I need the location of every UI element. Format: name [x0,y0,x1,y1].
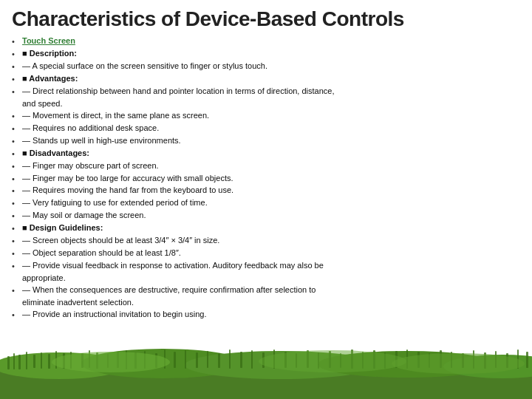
list-item: •— Requires moving the hand far from the… [12,185,520,197]
svg-point-61 [392,353,525,374]
list-item: •— Finger may be too large for accuracy … [12,173,520,185]
bullet-text-content: and speed. [22,98,520,110]
bullet-marker: • [12,173,22,185]
bullet-marker: • [12,222,22,235]
svg-rect-12 [48,354,50,369]
bullet-marker: • [12,61,22,73]
bullet-marker: • [12,135,22,148]
bullet-text-content: — Finger may be too large for accuracy w… [22,173,520,185]
list-item: •■ Description: [12,48,520,61]
bullet-text-content: eliminate inadvertent selection. [22,297,520,309]
list-item: •— Direct relationship between hand and … [12,86,520,98]
bullet-marker: • [12,35,22,48]
list-item: •— Movement is direct, in the same plane… [12,110,520,123]
list-item: and speed. [12,98,520,110]
bullet-text-content: — A special surface on the screen sensit… [22,61,520,72]
grass-decoration [0,318,532,399]
content-area: •Touch Screen•■ Description:•— A special… [0,34,532,321]
list-item: •— A special surface on the screen sensi… [12,61,520,73]
bullet-marker: • [12,73,22,86]
bullet-text-content: ■ Disadvantages: [22,148,520,160]
bullet-marker [12,98,22,99]
bullet-marker: • [12,110,22,123]
list-item: •— Stands up well in high-use environmen… [12,135,520,148]
bullet-text-content: — Very fatiguing to use for extended per… [22,197,520,209]
bullet-text-content: — Screen objects should be at least 3/4″… [22,235,520,247]
title-area: Characteristics of Device-Based Controls [0,0,532,34]
bullet-marker: • [12,160,22,173]
bullet-text-content: — Requires moving the hand far from the … [22,185,520,197]
list-item: •■ Design Guidelines: [12,222,520,235]
bullet-text-content: appropriate. [22,273,520,284]
list-item: •— Finger may obscure part of screen. [12,160,520,173]
list-item: •Touch Screen [12,35,520,48]
bullet-marker: • [12,148,22,160]
bullet-text-content: — Stands up well in high-use environment… [22,135,520,147]
svg-rect-58 [526,352,528,368]
svg-rect-28 [196,352,198,368]
svg-rect-30 [218,353,220,368]
bullet-text-content: — Movement is direct, in the same plane … [22,110,520,122]
list-item: eliminate inadvertent selection. [12,297,520,309]
slide-title: Characteristics of Device-Based Controls [12,7,520,31]
bullet-text-content: — Provide visual feedback in response to… [22,260,520,272]
bullet-marker: • [12,248,22,260]
slide: Characteristics of Device-Based Controls… [0,0,532,399]
bullet-text-content: — Direct relationship between hand and p… [22,86,520,98]
list-item: •— Provide visual feedback in response t… [12,260,520,273]
svg-rect-31 [229,349,231,369]
list-item: •■ Disadvantages: [12,148,520,160]
bullet-marker: • [12,86,22,98]
bullet-text-content: — May soil or damage the screen. [22,210,520,222]
bullet-marker: • [12,185,22,197]
svg-rect-33 [251,350,253,369]
bullet-marker [12,273,22,273]
svg-rect-11 [41,352,42,369]
list-item: •— Object separation should be at least … [12,248,520,260]
bullet-marker: • [12,284,22,297]
list-item: •— Provide an instructional invitation t… [12,309,520,321]
bullet-marker: • [12,309,22,321]
bullet-text-content: — When the consequences are destructive,… [22,284,520,296]
bullet-text-content: — Provide an instructional invitation to… [22,309,520,321]
svg-rect-9 [26,352,27,369]
bullet-text-content: — Object separation should be at least 1… [22,248,520,259]
svg-rect-7 [13,353,15,369]
svg-rect-10 [33,355,35,368]
svg-rect-27 [185,350,186,369]
bullet-text-content: ■ Description: [22,48,520,60]
bullet-marker [12,297,22,298]
list-item: •— Screen objects should be at least 3/4… [12,235,520,248]
list-item: •— Very fatiguing to use for extended pe… [12,197,520,210]
bullet-marker: • [12,48,22,61]
bullet-marker: • [12,210,22,222]
svg-rect-6 [7,356,10,369]
bullet-marker: • [12,260,22,273]
bullet-marker: • [12,235,22,248]
bullet-list: •Touch Screen•■ Description:•— A special… [12,35,520,321]
svg-point-59 [52,352,170,372]
bullet-text-content: — Finger may obscure part of screen. [22,160,520,172]
list-item: appropriate. [12,273,520,284]
bullet-text-content: — Requires no additional desk space. [22,123,520,134]
bullet-text-content: ■ Design Guidelines: [22,222,520,234]
bullet-marker: • [12,197,22,210]
svg-rect-29 [207,351,208,368]
list-item: •■ Advantages: [12,73,520,86]
bullet-text-content: Touch Screen [22,35,520,47]
list-item: •— Requires no additional desk space. [12,123,520,135]
svg-rect-8 [18,355,21,369]
list-item: •— When the consequences are destructive… [12,284,520,297]
svg-rect-32 [240,352,242,368]
svg-point-60 [259,350,406,372]
bullet-marker: • [12,123,22,135]
svg-rect-26 [174,352,176,368]
list-item: •— May soil or damage the screen. [12,210,520,222]
bullet-text-content: ■ Advantages: [22,73,520,85]
